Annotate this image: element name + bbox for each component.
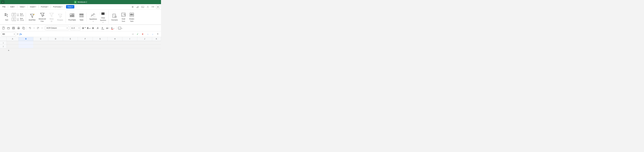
cell-reference-box[interactable]: B3 ▾ (1, 32, 16, 36)
cell-k2[interactable] (152, 45, 161, 48)
col-header-k[interactable]: K (152, 37, 161, 41)
analysis-table-button[interactable]: Analys Table (128, 12, 136, 23)
increase-font-button[interactable]: A▲ (82, 26, 86, 30)
font-size-value: 11.0 (71, 27, 75, 29)
col-header-g[interactable]: G (93, 37, 108, 41)
col-header-d[interactable]: D (48, 37, 63, 41)
cell-i2[interactable] (122, 45, 137, 48)
scenario-button[interactable]: Scenario (110, 12, 119, 22)
cell-c2[interactable] (34, 45, 48, 48)
font-size-selector[interactable]: 11.0 ▾ (70, 26, 80, 30)
redo-button[interactable] (36, 26, 40, 30)
sparklines-button[interactable]: Sparklines ▾ (88, 12, 98, 22)
cell-b1[interactable] (18, 41, 34, 44)
cell-h2[interactable] (108, 45, 122, 48)
menu-picture-icon[interactable] (141, 5, 145, 9)
menu-data[interactable]: Data ▾ (66, 5, 74, 8)
menu-view[interactable]: View ▾ (18, 5, 26, 8)
advanced-filter-button[interactable]: Advanced Filter (38, 12, 47, 23)
sparklines-caret: ▾ (93, 21, 94, 22)
cell-i1[interactable] (122, 41, 137, 44)
commit-to-start-button[interactable]: ⊣ (130, 32, 134, 36)
ribbon-collapse-button[interactable]: ∧ (156, 5, 160, 9)
col-header-b[interactable]: B (18, 37, 34, 41)
cell-j1[interactable] (137, 41, 152, 44)
sort-button[interactable]: A Z Z A Sort (3, 12, 10, 22)
menu-text-icon[interactable]: AB (151, 5, 155, 9)
menu-chart-icon[interactable] (136, 5, 140, 9)
col-header-h[interactable]: H (108, 37, 122, 41)
sort-za-button[interactable]: ZA Sort Z to A (11, 17, 25, 22)
save-button[interactable] (11, 26, 16, 30)
menu-format[interactable]: Format ▾ (40, 5, 50, 8)
italic-a-button[interactable]: A (96, 26, 100, 30)
table-button[interactable]: Table (78, 12, 85, 22)
bold-a-button[interactable]: A (91, 26, 96, 30)
clear-sparkline-button[interactable]: Clear Sparkline ▾ (99, 10, 108, 24)
cell-d1[interactable] (48, 41, 63, 44)
cell-e2[interactable] (63, 45, 78, 48)
goal-seek-button[interactable]: Goal Seek (120, 12, 127, 23)
title-bar: ‹ S Workbook 2 (0, 0, 161, 4)
svg-text:▲: ▲ (84, 27, 86, 28)
back-button[interactable]: ‹ (1, 0, 4, 4)
col-header-f[interactable]: F (78, 37, 93, 41)
cell-j2[interactable] (137, 45, 152, 48)
redo-caret[interactable]: ▾ (41, 26, 43, 30)
sort-az-labels: Sort A to Z (20, 13, 24, 16)
add-sheet-button[interactable]: + (156, 32, 160, 36)
cell-a1[interactable] (7, 41, 18, 44)
svg-text:A: A (6, 15, 6, 16)
menu-edit[interactable]: Edit ▾ (9, 5, 16, 8)
underline-a-button[interactable]: A (100, 26, 105, 30)
formula-input[interactable] (23, 32, 130, 36)
col-header-j[interactable]: J (137, 37, 152, 41)
font-selector[interactable]: HCR Dotum ▾ (45, 26, 69, 30)
show-all-button[interactable]: Show All (48, 12, 55, 23)
table-icon (79, 13, 84, 18)
strikethrough-a-button[interactable]: A (105, 26, 110, 30)
menu-person-icon[interactable] (146, 5, 150, 9)
menu-insert[interactable]: Insert ▾ (29, 5, 37, 8)
cell-a2[interactable] (7, 45, 18, 48)
cell-fill-button[interactable]: ▾ (118, 26, 123, 30)
col-header-a[interactable]: A (7, 37, 18, 41)
menu-table-icon[interactable]: ⊞ (131, 5, 134, 9)
cell-f1[interactable] (78, 41, 93, 44)
undo-caret[interactable]: ▾ (33, 26, 35, 30)
font-color-button[interactable]: A▾ (110, 26, 116, 30)
undo-button[interactable] (28, 26, 32, 30)
decrease-font-button[interactable]: A▼ (86, 26, 91, 30)
cancel-button[interactable]: ✕ (140, 32, 145, 36)
col-header-c[interactable]: C (34, 37, 48, 41)
cell-g2[interactable] (93, 45, 108, 48)
svg-text:⚡: ⚡ (33, 14, 35, 16)
autofilter-button[interactable]: ⚡ AutoFilter (28, 12, 37, 22)
cell-d2[interactable] (48, 45, 63, 48)
cell-b2[interactable] (18, 45, 34, 48)
print-button[interactable] (16, 26, 21, 30)
formula-actions: ⊣ ✓ ✕ → ↓ (130, 32, 155, 36)
next-cell-button[interactable]: → (146, 32, 150, 36)
cell-f2[interactable] (78, 45, 93, 48)
svg-rect-28 (73, 16, 74, 16)
new-document-button[interactable] (1, 26, 6, 30)
pivot-table-button[interactable]: PivotTable (67, 12, 77, 22)
sort-az-button[interactable]: AZ Sort A to Z (11, 12, 25, 17)
next-row-button[interactable]: ↓ (150, 32, 155, 36)
cell-g1[interactable] (93, 41, 108, 44)
menu-formulas[interactable]: Formulas ▾ (52, 5, 64, 8)
cell-k1[interactable] (152, 41, 161, 44)
cell-c1[interactable] (34, 41, 48, 44)
menu-right-icons: ⊞ AB ∧ (131, 5, 160, 9)
col-header-i[interactable]: I (122, 37, 137, 41)
accept-button[interactable]: ✓ (136, 32, 140, 36)
copy-format-button[interactable] (21, 26, 26, 30)
reapply-button[interactable]: Reapply (56, 12, 64, 22)
cell-e1[interactable] (63, 41, 78, 44)
col-header-e[interactable]: E (63, 37, 78, 41)
add-row-button[interactable]: + (7, 48, 10, 52)
cell-h1[interactable] (108, 41, 122, 44)
menu-file[interactable]: File (1, 5, 7, 8)
open-button[interactable] (6, 26, 11, 30)
